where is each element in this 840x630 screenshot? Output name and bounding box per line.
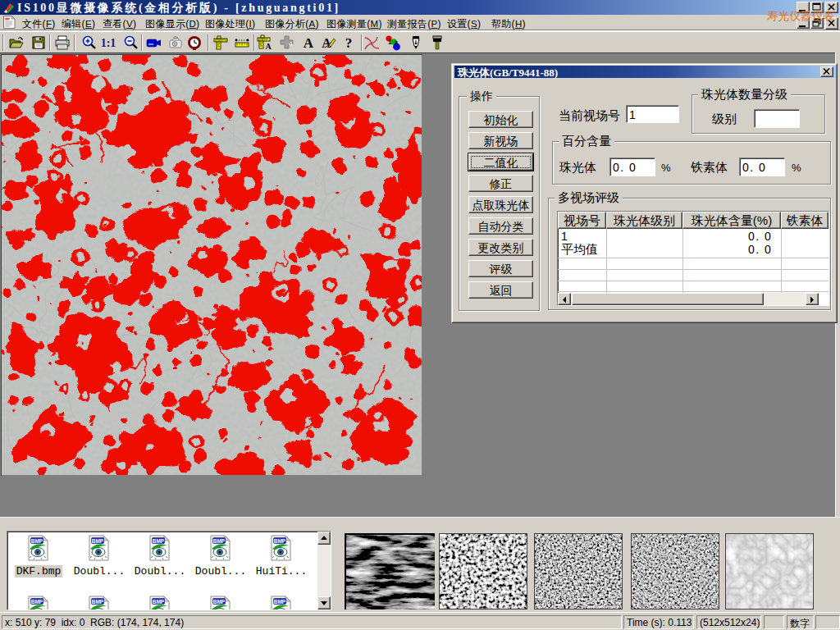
svg-text:A: A [265,42,272,51]
svg-text:?: ? [345,35,353,51]
svg-text:3: 3 [395,39,399,47]
svg-text:A: A [304,35,314,51]
svg-text:1:1: 1:1 [101,37,116,49]
